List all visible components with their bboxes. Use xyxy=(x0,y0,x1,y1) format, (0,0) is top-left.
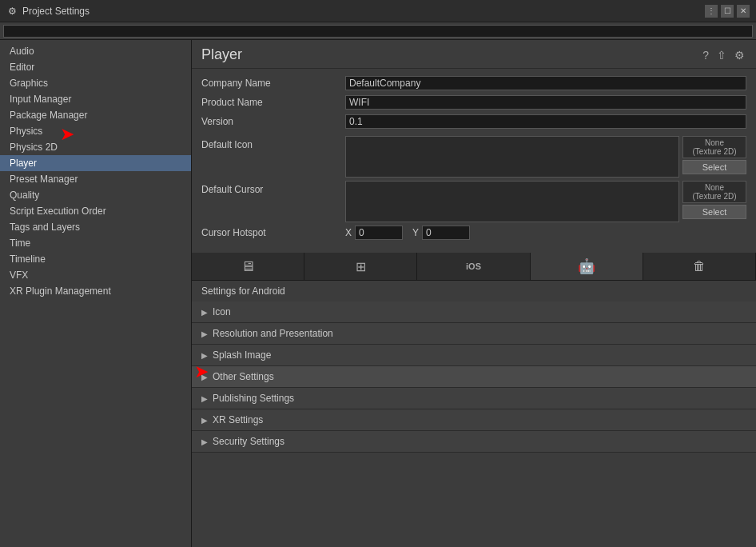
cursor-hotspot-row: Cursor Hotspot X Y xyxy=(201,226,746,240)
accordion-section-2: ▶Splash Image xyxy=(192,345,756,366)
accordion-label-3: Other Settings xyxy=(213,371,274,382)
accordion-section-1: ▶Resolution and Presentation xyxy=(192,323,756,345)
search-bar xyxy=(0,22,756,40)
accordion-arrow-4: ▶ xyxy=(201,394,208,403)
search-input[interactable] xyxy=(3,25,753,38)
sidebar-item-physics[interactable]: Physics xyxy=(0,123,191,139)
product-name-label: Product Name xyxy=(201,97,345,108)
window-title: Project Settings xyxy=(22,6,705,17)
accordion-arrow-2: ▶ xyxy=(201,351,208,360)
default-icon-preview xyxy=(345,136,679,178)
app-icon: ⚙ xyxy=(6,6,18,17)
menu-button[interactable]: ⋮ xyxy=(705,5,718,18)
accordion-arrow-1: ▶ xyxy=(201,329,208,338)
settings-button[interactable]: ⚙ xyxy=(733,47,746,63)
company-name-row: Company Name xyxy=(201,75,746,91)
company-name-input[interactable] xyxy=(345,76,746,90)
dock-button[interactable]: ⇧ xyxy=(715,47,728,63)
accordion-header-xr-settings[interactable]: ▶XR Settings xyxy=(192,409,756,430)
version-input[interactable] xyxy=(345,114,746,129)
cursor-hotspot-label: Cursor Hotspot xyxy=(201,227,345,238)
default-cursor-none: None(Texture 2D) xyxy=(682,181,746,203)
default-icon-select-btn[interactable]: Select xyxy=(682,160,746,174)
accordion-label-6: Security Settings xyxy=(213,436,284,447)
default-icon-section: Default Icon None(Texture 2D) Select xyxy=(201,136,746,178)
y-axis-label: Y xyxy=(412,227,419,238)
title-bar: ⚙ Project Settings ⋮ ☐ ✕ xyxy=(0,0,756,22)
tab-windows[interactable]: ⊞ xyxy=(304,253,417,280)
accordion-label-1: Resolution and Presentation xyxy=(213,328,333,339)
main-content: Player ? ⇧ ⚙ Company Name Product Name V… xyxy=(192,40,756,547)
accordion-section-0: ▶Icon xyxy=(192,301,756,323)
tab-android[interactable]: 🤖 xyxy=(531,253,643,280)
sidebar-item-player[interactable]: Player xyxy=(0,155,191,171)
x-axis-label: X xyxy=(345,227,352,238)
accordion-header-icon[interactable]: ▶Icon xyxy=(192,301,756,322)
accordion-header-security-settings[interactable]: ▶Security Settings xyxy=(192,431,756,452)
default-cursor-section: Default Cursor None(Texture 2D) Select xyxy=(201,181,746,222)
hotspot-x: X xyxy=(345,226,403,240)
sidebar-item-input-manager[interactable]: Input Manager xyxy=(0,91,191,107)
sidebar-item-time[interactable]: Time xyxy=(0,235,191,251)
maximize-button[interactable]: ☐ xyxy=(721,5,734,18)
player-title: Player xyxy=(201,46,242,63)
default-cursor-label: Default Cursor xyxy=(201,181,345,195)
default-cursor-select-btn[interactable]: Select xyxy=(682,205,746,219)
tab-pc[interactable]: 🖥 xyxy=(192,253,304,280)
sidebar-item-script-execution-order[interactable]: Script Execution Order xyxy=(0,203,191,219)
accordion-arrow-5: ▶ xyxy=(201,416,208,425)
product-name-input[interactable] xyxy=(345,95,746,110)
sidebar-item-package-manager[interactable]: Package Manager xyxy=(0,107,191,123)
accordion-section-3: ▶Other Settings xyxy=(192,366,756,388)
accordion-header-splash-image[interactable]: ▶Splash Image xyxy=(192,345,756,365)
default-icon-controls: None(Texture 2D) Select xyxy=(682,136,746,174)
default-icon-label: Default Icon xyxy=(201,136,345,150)
accordion-header-other-settings[interactable]: ▶Other Settings xyxy=(192,366,756,387)
default-cursor-preview xyxy=(345,181,679,222)
hotspot-y: Y xyxy=(412,226,470,240)
hotspot-x-input[interactable] xyxy=(355,226,403,240)
accordion-section-4: ▶Publishing Settings xyxy=(192,388,756,409)
window-controls: ⋮ ☐ ✕ xyxy=(705,5,750,18)
sidebar-item-editor[interactable]: Editor xyxy=(0,59,191,75)
accordion-arrow-0: ▶ xyxy=(201,308,208,317)
version-label: Version xyxy=(201,116,345,127)
accordion-section-6: ▶Security Settings xyxy=(192,431,756,453)
accordion-header-resolution-and-presentation[interactable]: ▶Resolution and Presentation xyxy=(192,323,756,344)
accordion-arrow-3: ▶ xyxy=(201,373,208,381)
sidebar: AudioEditorGraphicsInput ManagerPackage … xyxy=(0,40,192,547)
sidebar-item-physics-2d[interactable]: Physics 2D xyxy=(0,139,191,155)
help-button[interactable]: ? xyxy=(701,47,710,63)
accordion-label-4: Publishing Settings xyxy=(213,393,294,404)
accordion-label-2: Splash Image xyxy=(213,349,271,361)
accordion-section-5: ▶XR Settings xyxy=(192,409,756,431)
accordion-arrow-6: ▶ xyxy=(201,437,208,446)
sidebar-item-audio[interactable]: Audio xyxy=(0,43,191,59)
player-header: Player ? ⇧ ⚙ xyxy=(192,40,756,69)
accordion-header-publishing-settings[interactable]: ▶Publishing Settings xyxy=(192,388,756,409)
version-row: Version xyxy=(201,114,746,130)
main-layout: AudioEditorGraphicsInput ManagerPackage … xyxy=(0,40,756,547)
settings-platform-title: Settings for Android xyxy=(192,281,756,301)
sidebar-item-quality[interactable]: Quality xyxy=(0,187,191,203)
sidebar-item-xr-plugin-management[interactable]: XR Plugin Management xyxy=(0,283,191,299)
sidebar-item-tags-and-layers[interactable]: Tags and Layers xyxy=(0,219,191,235)
company-name-label: Company Name xyxy=(201,78,345,89)
settings-form: Company Name Product Name Version Defaul… xyxy=(192,69,756,253)
product-name-row: Product Name xyxy=(201,94,746,110)
tab-ios[interactable]: iOS xyxy=(417,253,530,280)
sidebar-item-timeline[interactable]: Timeline xyxy=(0,251,191,267)
sidebar-item-preset-manager[interactable]: Preset Manager xyxy=(0,171,191,187)
sidebar-item-vfx[interactable]: VFX xyxy=(0,267,191,283)
platform-tabs: 🖥 ⊞ iOS 🤖 🗑 xyxy=(192,253,756,281)
close-button[interactable]: ✕ xyxy=(737,5,750,18)
hotspot-y-input[interactable] xyxy=(422,226,470,240)
tab-other[interactable]: 🗑 xyxy=(643,253,756,280)
accordion-label-5: XR Settings xyxy=(213,414,263,425)
accordion-label-0: Icon xyxy=(213,306,231,317)
sidebar-item-graphics[interactable]: Graphics xyxy=(0,75,191,91)
accordion-container: ▶Icon▶Resolution and Presentation▶Splash… xyxy=(192,301,756,453)
default-cursor-controls: None(Texture 2D) Select xyxy=(682,181,746,219)
header-icons: ? ⇧ ⚙ xyxy=(701,47,746,63)
default-icon-none: None(Texture 2D) xyxy=(682,136,746,158)
